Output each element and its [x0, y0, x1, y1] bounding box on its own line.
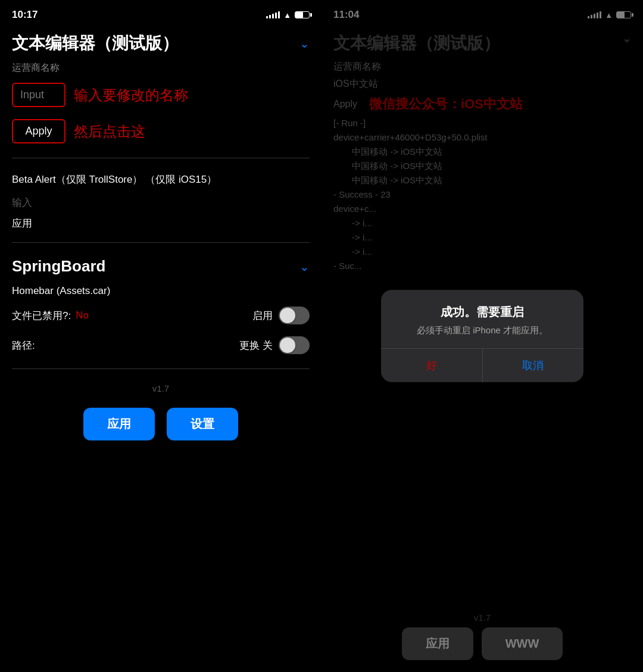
settings-button[interactable]: 设置 — [167, 408, 238, 440]
input-field-label: 输入 — [0, 192, 322, 213]
divider-3 — [12, 368, 310, 369]
modal-cancel-button[interactable]: 取消 — [483, 349, 584, 382]
file-disabled-label-group: 文件已禁用?: No — [12, 309, 89, 323]
enable-toggle[interactable] — [279, 307, 310, 324]
file-disabled-value: No — [76, 310, 89, 321]
version-left: v1.7 — [0, 377, 322, 399]
section-label-left: 运营商名称 — [0, 58, 322, 77]
replace-toggle[interactable] — [279, 336, 310, 354]
modal-subtitle: 必须手动重启 iPhone 才能应用。 — [381, 325, 583, 348]
enable-toggle-group: 启用 — [252, 307, 310, 324]
file-disabled-label: 文件已禁用?: — [12, 309, 71, 323]
modal-overlay: 成功。需要重启 必须手动重启 iPhone 才能应用。 好 取消 — [322, 0, 643, 672]
battery-icon-left — [295, 11, 310, 18]
apply-main-button[interactable]: 应用 — [83, 408, 155, 440]
modal-title: 成功。需要重启 — [381, 290, 583, 325]
app-title-row-left: 文本编辑器（测试版） ⌄ — [0, 26, 322, 58]
signal-bars-left — [266, 11, 280, 18]
modal-box: 成功。需要重启 必须手动重启 iPhone 才能应用。 好 取消 — [381, 290, 583, 382]
modal-confirm-button[interactable]: 好 — [381, 349, 483, 382]
homebar-label: Homebar (Assets.car) — [0, 282, 322, 301]
springboard-title: SpringBoard — [12, 257, 105, 276]
file-disabled-row: 文件已禁用?: No 启用 — [0, 301, 322, 330]
app-title-left: 文本编辑器（测试版） — [12, 32, 179, 55]
enable-label: 启用 — [252, 309, 273, 323]
chevron-down-icon-springboard[interactable]: ⌄ — [299, 260, 310, 274]
status-bar-left: 10:17 ▲ — [0, 0, 322, 26]
status-time-left: 10:17 — [12, 9, 38, 21]
input-row: 输入要修改的名称 — [0, 77, 322, 113]
beta-row: Beta Alert（仅限 TrollStore） （仅限 iOS15） — [0, 167, 322, 192]
bottom-buttons-left: 应用 设置 — [0, 399, 322, 452]
wifi-icon-left: ▲ — [283, 11, 291, 20]
right-panel: 11:04 ▲ 文本编辑器（测试版） ⌄ 运营商名称 iOS中文站 Apply … — [322, 0, 643, 672]
chevron-down-icon-left[interactable]: ⌄ — [299, 36, 310, 51]
path-label: 路径: — [12, 339, 35, 352]
replace-toggle-group: 更换 关 — [239, 336, 310, 354]
path-label-group: 路径: — [12, 339, 35, 352]
apply-row: Apply 然后点击这 — [0, 113, 322, 149]
carrier-name-input[interactable] — [12, 83, 65, 107]
apply-button-left[interactable]: Apply — [12, 119, 65, 143]
modal-buttons: 好 取消 — [381, 348, 583, 382]
path-row: 路径: 更换 关 — [0, 330, 322, 360]
springboard-section: SpringBoard ⌄ — [0, 251, 322, 282]
apply-field-label: 应用 — [0, 213, 322, 234]
divider-2 — [12, 242, 310, 243]
replace-label: 更换 关 — [239, 339, 273, 352]
status-icons-left: ▲ — [266, 11, 310, 20]
hint-text-1: 输入要修改的名称 — [74, 86, 188, 105]
left-panel: 10:17 ▲ 文本编辑器（测试版） ⌄ 运营商名称 输入要修改的名称 Appl… — [0, 0, 322, 672]
hint-text-2: 然后点击这 — [74, 122, 145, 141]
divider-1 — [12, 158, 310, 158]
